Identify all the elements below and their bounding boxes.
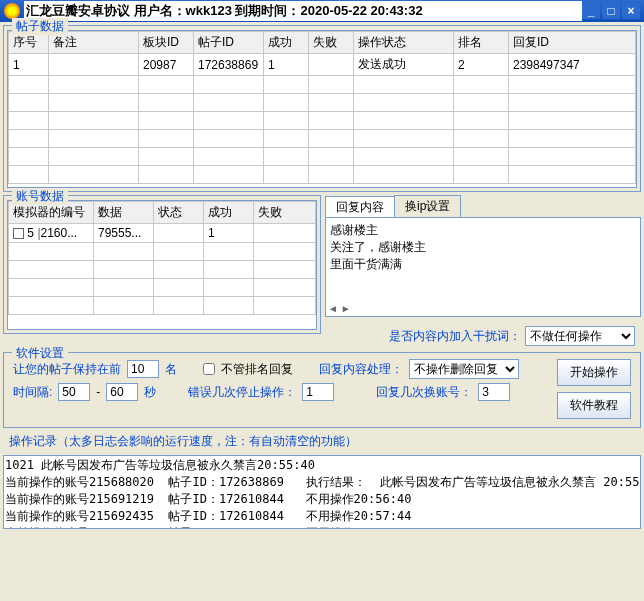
col-ok[interactable]: 成功 (204, 202, 254, 224)
keep-label: 让您的帖子保持在前 (13, 361, 121, 378)
post-data-fieldset: 帖子数据 序号 备注 板块ID 帖子ID 成功 失败 操作状态 排名 回复ID … (3, 25, 641, 192)
row-checkbox[interactable] (13, 228, 24, 239)
reply-line: 关注了，感谢楼主 (330, 239, 636, 256)
reply-line: 感谢楼主 (330, 222, 636, 239)
interval-hi-input[interactable] (106, 383, 138, 401)
col-post[interactable]: 帖子ID (194, 32, 264, 54)
keep-unit: 名 (165, 361, 177, 378)
tab-ip-settings[interactable]: 换ip设置 (394, 195, 461, 217)
reply-handle-select[interactable]: 不操作删除回复 (409, 359, 519, 379)
err-input[interactable] (302, 383, 334, 401)
col-status[interactable]: 操作状态 (354, 32, 454, 54)
account-data-table[interactable]: 模拟器的编号 数据 状态 成功 失败 5 |2160... 79555... 1 (8, 201, 316, 315)
table-row[interactable]: 5 |2160... 79555... 1 (9, 224, 316, 243)
ignore-rank-checkbox[interactable] (203, 363, 215, 375)
disturb-select[interactable]: 不做任何操作 (525, 326, 635, 346)
col-board[interactable]: 板块ID (139, 32, 194, 54)
app-icon (4, 3, 20, 19)
ignore-rank-label: 不管排名回复 (221, 361, 293, 378)
maximize-button[interactable]: □ (602, 3, 620, 19)
col-fail[interactable]: 失败 (309, 32, 354, 54)
keep-input[interactable] (127, 360, 159, 378)
col-success[interactable]: 成功 (264, 32, 309, 54)
account-data-fieldset: 账号数据 模拟器的编号 数据 状态 成功 失败 5 |2160... 79555… (3, 195, 321, 334)
minimize-button[interactable]: _ (582, 3, 600, 19)
account-data-legend: 账号数据 (12, 188, 68, 205)
col-state[interactable]: 状态 (154, 202, 204, 224)
swap-label: 回复几次换账号： (376, 384, 472, 401)
log-legend: 操作记录（太多日志会影响的运行速度，注：有自动清空的功能） (3, 431, 641, 452)
software-settings-legend: 软件设置 (12, 345, 68, 362)
disturb-label: 是否内容内加入干扰词： (389, 328, 521, 345)
col-ng[interactable]: 失败 (254, 202, 316, 224)
log-textarea[interactable]: 1021 此帐号因发布广告等垃圾信息被永久禁言20:55:40 当前操作的账号2… (3, 455, 641, 529)
reply-content-box[interactable]: 感谢楼主 关注了，感谢楼主 里面干货满满 ◄ ► (325, 217, 641, 317)
tab-reply-content[interactable]: 回复内容 (325, 196, 395, 218)
scroll-arrows-icon[interactable]: ◄ ► (328, 303, 351, 314)
err-label: 错误几次停止操作： (188, 384, 296, 401)
col-data[interactable]: 数据 (94, 202, 154, 224)
col-reply[interactable]: 回复ID (509, 32, 636, 54)
software-settings-fieldset: 软件设置 让您的帖子保持在前 名 不管排名回复 回复内容处理： 不操作删除回复 … (3, 352, 641, 428)
window-title: 汇龙豆瓣安卓协议 用户名：wkk123 到期时间：2020-05-22 20:4… (24, 1, 582, 21)
interval-unit: 秒 (144, 384, 156, 401)
interval-label: 时间隔: (13, 384, 52, 401)
start-button[interactable]: 开始操作 (557, 359, 631, 386)
col-rank[interactable]: 排名 (454, 32, 509, 54)
interval-lo-input[interactable] (58, 383, 90, 401)
post-data-table[interactable]: 序号 备注 板块ID 帖子ID 成功 失败 操作状态 排名 回复ID 1 209… (8, 31, 636, 184)
tutorial-button[interactable]: 软件教程 (557, 392, 631, 419)
post-data-legend: 帖子数据 (12, 18, 68, 35)
table-row[interactable]: 1 20987 172638869 1 发送成功 2 2398497347 (9, 54, 636, 76)
reply-line: 里面干货满满 (330, 256, 636, 273)
swap-input[interactable] (478, 383, 510, 401)
reply-handle-label: 回复内容处理： (319, 361, 403, 378)
close-button[interactable]: × (622, 3, 640, 19)
log-fieldset: 操作记录（太多日志会影响的运行速度，注：有自动清空的功能） (3, 431, 641, 452)
